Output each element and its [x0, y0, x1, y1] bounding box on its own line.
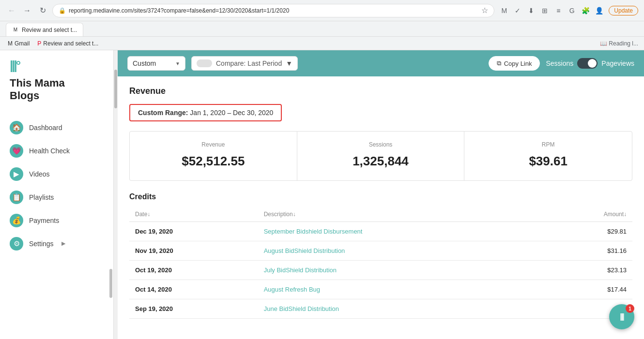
settings-icon: ⚙ — [10, 237, 23, 251]
sidebar-item-dashboard[interactable]: 🏠 Dashboard — [0, 116, 113, 139]
col-description[interactable]: Description↓ — [258, 207, 543, 222]
table-header-row: Date↓ Description↓ Amount↓ — [129, 207, 632, 222]
url-text: reporting.mediavine.com/sites/3724?compa… — [69, 7, 478, 14]
tab-favicon: M — [12, 27, 19, 33]
row-description[interactable]: August Refresh Bug — [258, 280, 543, 299]
stat-rpm: RPM $39.61 — [464, 132, 632, 180]
sidebar-item-label: Playlists — [29, 193, 54, 201]
back-button[interactable]: ← — [6, 5, 17, 16]
chat-bubble[interactable]: ||| 1 — [609, 304, 634, 329]
active-tab[interactable]: M Review and select t... — [6, 23, 83, 36]
browser-chrome: ← → ↻ 🔒 reporting.mediavine.com/sites/37… — [0, 0, 644, 21]
bookmark-star[interactable]: ☆ — [481, 6, 488, 15]
row-description[interactable]: July BidShield Distribution — [258, 261, 543, 280]
col-date[interactable]: Date↓ — [129, 207, 258, 222]
row-date: Nov 19, 2020 — [129, 241, 258, 261]
ext-btn-2[interactable]: ✓ — [512, 5, 523, 16]
compare-arrow: ▼ — [286, 59, 292, 67]
sessions-pageviews-toggle[interactable] — [577, 58, 598, 69]
copy-icon: ⧉ — [497, 59, 501, 67]
sidebar: |||° This Mama Blogs 🏠 Dashboard 💗 Healt… — [0, 50, 114, 339]
stat-rpm-value: $39.61 — [476, 154, 620, 169]
bookmark-pinterest-label: Review and select t... — [43, 40, 98, 47]
table-row: Nov 19, 2020 August BidShield Distributi… — [129, 241, 632, 261]
pageviews-label: Pageviews — [601, 59, 634, 67]
bookmarks-bar: M Gmail P Review and select t... 📖 Readi… — [0, 37, 644, 50]
lock-icon: 🔒 — [59, 7, 66, 14]
bookmark-gmail[interactable]: M Gmail — [6, 39, 31, 48]
ext-btn-7[interactable]: 🧩 — [580, 5, 591, 16]
stat-revenue: Revenue $52,512.55 — [130, 132, 297, 180]
row-description[interactable]: June BidShield Distribution — [258, 299, 543, 319]
row-description[interactable]: August BidShield Distribution — [258, 241, 543, 261]
table-row: Oct 19, 2020 July BidShield Distribution… — [129, 261, 632, 280]
sidebar-item-videos[interactable]: ▶ Videos — [0, 162, 113, 186]
sidebar-item-health-check[interactable]: 💗 Health Check — [0, 139, 113, 162]
browser-extensions: M ✓ ⬇ ⊞ ≡ G 🧩 👤 — [498, 5, 605, 16]
ext-btn-6[interactable]: G — [566, 5, 578, 16]
playlists-icon: 📋 — [10, 191, 23, 204]
dropdown-arrow: ▼ — [175, 61, 180, 66]
top-bar: Custom ▼ Compare: Last Period ▼ ⧉ Copy L… — [118, 50, 644, 76]
sidebar-scrollbar[interactable] — [109, 269, 112, 298]
custom-range-box: Custom Range: Jan 1, 2020 – Dec 30, 2020 — [129, 104, 282, 121]
table-row: Sep 19, 2020 June BidShield Distribution… — [129, 299, 632, 319]
row-description[interactable]: September Bidshield Disbursement — [258, 222, 543, 241]
sidebar-logo: |||° — [0, 50, 113, 77]
copy-link-label: Copy Link — [504, 60, 532, 67]
sessions-toggle-group: Sessions Pageviews — [546, 58, 634, 69]
site-name-line2: Blogs — [10, 89, 39, 102]
main-content: Custom ▼ Compare: Last Period ▼ ⧉ Copy L… — [118, 50, 644, 339]
content-area: Revenue Custom Range: Jan 1, 2020 – Dec … — [118, 76, 644, 339]
row-amount: $29.81 — [543, 222, 632, 241]
bookmark-gmail-label: Gmail — [15, 40, 30, 47]
toggle-knob — [588, 59, 597, 68]
logo-icon: |||° — [10, 58, 19, 73]
sidebar-item-label: Health Check — [29, 147, 70, 155]
table-row: Dec 19, 2020 September Bidshield Disburs… — [129, 222, 632, 241]
ext-btn-4[interactable]: ⊞ — [539, 5, 551, 16]
url-bar[interactable]: 🔒 reporting.mediavine.com/sites/3724?com… — [52, 4, 494, 17]
ext-btn-3[interactable]: ⬇ — [525, 5, 537, 16]
ext-btn-8[interactable]: 👤 — [593, 5, 605, 16]
scroll-thumb — [114, 70, 117, 108]
update-button[interactable]: Update — [609, 6, 638, 15]
col-amount[interactable]: Amount↓ — [543, 207, 632, 222]
compare-dropdown[interactable]: Compare: Last Period ▼ — [191, 56, 298, 71]
ext-btn-1[interactable]: M — [498, 5, 510, 16]
site-name: This Mama Blogs — [0, 77, 113, 112]
tab-bar: M Review and select t... — [0, 21, 644, 37]
sidebar-item-label: Videos — [29, 170, 50, 178]
reading-list-icon[interactable]: 📖 Reading l... — [600, 40, 638, 47]
stat-sessions-value: 1,325,844 — [309, 154, 453, 169]
row-date: Sep 19, 2020 — [129, 299, 258, 319]
copy-link-button[interactable]: ⧉ Copy Link — [489, 56, 540, 71]
custom-range-label: Custom Range: — [138, 109, 188, 117]
health-check-icon: 💗 — [10, 144, 23, 158]
row-date: Oct 14, 2020 — [129, 280, 258, 299]
sidebar-item-label: Settings — [29, 240, 54, 248]
refresh-button[interactable]: ↻ — [37, 5, 48, 16]
payments-icon: 💰 — [10, 214, 23, 227]
date-range-dropdown[interactable]: Custom ▼ — [127, 56, 185, 71]
site-name-line1: This Mama — [10, 77, 65, 89]
chat-badge: 1 — [626, 304, 634, 313]
sidebar-item-label: Dashboard — [29, 124, 62, 132]
tab-title: Review and select t... — [22, 27, 77, 33]
forward-button[interactable]: → — [21, 5, 33, 16]
sidebar-item-settings[interactable]: ⚙ Settings ▶ — [0, 232, 113, 255]
bookmark-pinterest[interactable]: P Review and select t... — [35, 39, 100, 48]
scroll-track[interactable] — [114, 50, 118, 339]
row-amount: $17.44 — [543, 280, 632, 299]
row-amount: $31.16 — [543, 241, 632, 261]
sidebar-item-payments[interactable]: 💰 Payments — [0, 209, 113, 232]
stat-revenue-value: $52,512.55 — [141, 154, 285, 169]
sidebar-item-playlists[interactable]: 📋 Playlists — [0, 186, 113, 209]
compare-toggle[interactable] — [197, 59, 212, 67]
ext-btn-5[interactable]: ≡ — [552, 5, 564, 16]
stats-grid: Revenue $52,512.55 Sessions 1,325,844 RP… — [129, 131, 632, 181]
stat-revenue-label: Revenue — [141, 141, 285, 148]
date-range-label: Custom — [133, 59, 156, 67]
videos-icon: ▶ — [10, 167, 23, 181]
pinterest-icon: P — [37, 40, 41, 47]
